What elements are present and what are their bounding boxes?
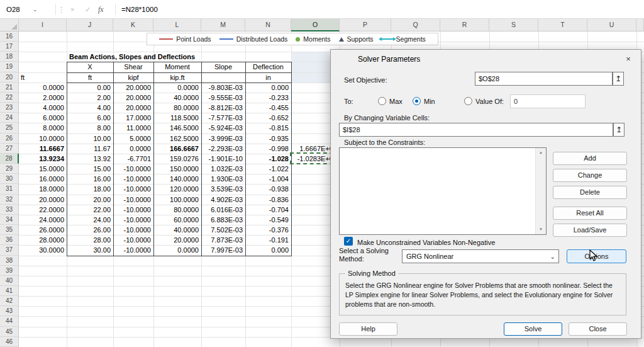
max-radio[interactable] — [378, 97, 386, 105]
cell-l27[interactable]: 166.6667 — [153, 144, 199, 154]
cell-k25[interactable]: 11.0000 — [113, 123, 151, 133]
cell-n35[interactable]: -0.376 — [245, 225, 289, 235]
cell-m24[interactable]: -7.577E-03 — [201, 113, 243, 123]
scrollbar[interactable]: ▲ ▼ — [535, 148, 546, 234]
cell-j34[interactable]: 24.00 — [67, 215, 111, 225]
column-header-j[interactable]: J — [67, 19, 113, 31]
cell-k35[interactable]: -10.0000 — [113, 225, 151, 235]
beam-unit-left[interactable]: ft — [21, 72, 25, 82]
name-box-chevron-icon[interactable]: ⌄ — [33, 0, 38, 19]
cell-i32[interactable]: 20.0000 — [19, 195, 64, 205]
cell-l24[interactable]: 118.5000 — [153, 113, 199, 123]
row-header-44[interactable]: 44 — [0, 316, 19, 326]
column-header-n[interactable]: N — [245, 19, 291, 31]
row-header-38[interactable]: 38 — [0, 256, 19, 266]
cell-j35[interactable]: 26.00 — [67, 225, 111, 235]
cell-n24[interactable]: -0.652 — [245, 113, 289, 123]
column-header-s[interactable]: S — [489, 19, 538, 31]
cell-k33[interactable]: -10.0000 — [113, 205, 151, 215]
cell-m35[interactable]: 7.502E-03 — [201, 225, 243, 235]
row-header-46[interactable]: 46 — [0, 337, 19, 347]
non-negative-checkbox[interactable]: ✓ — [344, 237, 353, 246]
cell-m28[interactable]: -1.901E-10 — [201, 154, 243, 164]
solve-button[interactable]: Solve — [504, 322, 562, 336]
cell-k27[interactable]: 0.0000 — [113, 144, 151, 154]
cell-m32[interactable]: 4.902E-03 — [201, 195, 243, 205]
column-header-q[interactable]: Q — [391, 19, 440, 31]
cell-j30[interactable]: 16.00 — [67, 174, 111, 184]
cell-l23[interactable]: 80.0000 — [153, 103, 199, 113]
cell-m37[interactable]: 7.997E-03 — [201, 245, 243, 255]
cell-j37[interactable]: 30.00 — [67, 245, 111, 255]
row-header-17[interactable]: 17 — [0, 42, 19, 52]
row-header-29[interactable]: 29 — [0, 164, 19, 174]
cell-i31[interactable]: 18.0000 — [19, 184, 64, 194]
beam-unit[interactable]: kipf — [113, 72, 153, 82]
cell-n21[interactable]: 0.000 — [245, 82, 289, 93]
formula-input[interactable]: =N28*1000 — [121, 0, 158, 19]
reset-all-button[interactable]: Reset All — [553, 207, 627, 220]
cell-j32[interactable]: 20.00 — [67, 195, 111, 205]
cell-i27[interactable]: 11.6667 — [19, 144, 64, 154]
cell-n33[interactable]: -0.704 — [245, 205, 289, 215]
row-header-45[interactable]: 45 — [0, 327, 19, 337]
cell-i28[interactable]: 13.9234 — [19, 154, 64, 164]
cell-m33[interactable]: 6.016E-03 — [201, 205, 243, 215]
cell-l36[interactable]: 20.0000 — [153, 235, 199, 245]
row-header-27[interactable]: 27 — [0, 144, 19, 154]
cell-j25[interactable]: 8.00 — [67, 123, 111, 133]
insert-function-icon[interactable]: fx — [98, 0, 104, 19]
cell-l31[interactable]: 120.0000 — [153, 184, 199, 194]
row-header-34[interactable]: 34 — [0, 215, 19, 225]
beam-col-header[interactable]: Shear — [113, 62, 153, 72]
column-header-i[interactable]: I — [19, 19, 67, 31]
cell-m26[interactable]: -3.999E-03 — [201, 134, 243, 144]
cell-i35[interactable]: 26.0000 — [19, 225, 64, 235]
cell-n32[interactable]: -0.836 — [245, 195, 289, 205]
cell-j21[interactable]: 0.00 — [67, 82, 111, 93]
cell-l33[interactable]: 80.0000 — [153, 205, 199, 215]
cell-k30[interactable]: -10.0000 — [113, 174, 151, 184]
cell-j36[interactable]: 28.00 — [67, 235, 111, 245]
cell-i25[interactable]: 8.0000 — [19, 123, 64, 133]
chart-legend[interactable]: Point LoadsDistributed LoadsMomentsSuppo… — [147, 33, 438, 45]
cell-l35[interactable]: 40.0000 — [153, 225, 199, 235]
row-header-39[interactable]: 39 — [0, 266, 19, 276]
scroll-up-icon[interactable]: ▲ — [536, 148, 546, 157]
beam-unit[interactable]: kip.ft — [153, 72, 201, 82]
row-header-37[interactable]: 37 — [0, 245, 19, 255]
cell-k26[interactable]: 5.0000 — [113, 134, 151, 144]
row-header-23[interactable]: 23 — [0, 103, 19, 113]
cell-m27[interactable]: -2.293E-03 — [201, 144, 243, 154]
row-header-40[interactable]: 40 — [0, 276, 19, 286]
close-button[interactable]: Close — [569, 322, 627, 336]
cell-i23[interactable]: 4.0000 — [19, 103, 64, 113]
value-of-radio[interactable] — [464, 97, 472, 105]
cell-l30[interactable]: 140.0000 — [153, 174, 199, 184]
cell-m31[interactable]: 3.539E-03 — [201, 184, 243, 194]
cell-k29[interactable]: -10.0000 — [113, 164, 151, 174]
cell-k28[interactable]: -6.7701 — [113, 154, 151, 164]
beam-col-header[interactable]: Deflection — [245, 62, 291, 72]
row-header-41[interactable]: 41 — [0, 286, 19, 296]
row-header-21[interactable]: 21 — [0, 82, 19, 93]
cell-l29[interactable]: 150.0000 — [153, 164, 199, 174]
column-header-k[interactable]: K — [113, 19, 153, 31]
cell-i34[interactable]: 24.0000 — [19, 215, 64, 225]
cell-i29[interactable]: 15.0000 — [19, 164, 64, 174]
change-button[interactable]: Change — [553, 169, 627, 182]
cell-l26[interactable]: 162.5000 — [153, 134, 199, 144]
name-box[interactable]: O28 — [6, 0, 20, 19]
row-header-16[interactable]: 16 — [0, 31, 19, 42]
cell-n31[interactable]: -0.938 — [245, 184, 289, 194]
beam-unit[interactable]: in — [245, 72, 291, 82]
cell-m36[interactable]: 7.873E-03 — [201, 235, 243, 245]
cell-k37[interactable]: -10.0000 — [113, 245, 151, 255]
cell-k22[interactable]: 20.0000 — [113, 93, 151, 103]
cell-i26[interactable]: 10.0000 — [19, 134, 64, 144]
beam-col-header[interactable]: Slope — [201, 62, 245, 72]
cell-i22[interactable]: 2.0000 — [19, 93, 64, 103]
row-header-20[interactable]: 20 — [0, 72, 19, 82]
row-header-26[interactable]: 26 — [0, 134, 19, 144]
cell-j27[interactable]: 11.67 — [67, 144, 111, 154]
